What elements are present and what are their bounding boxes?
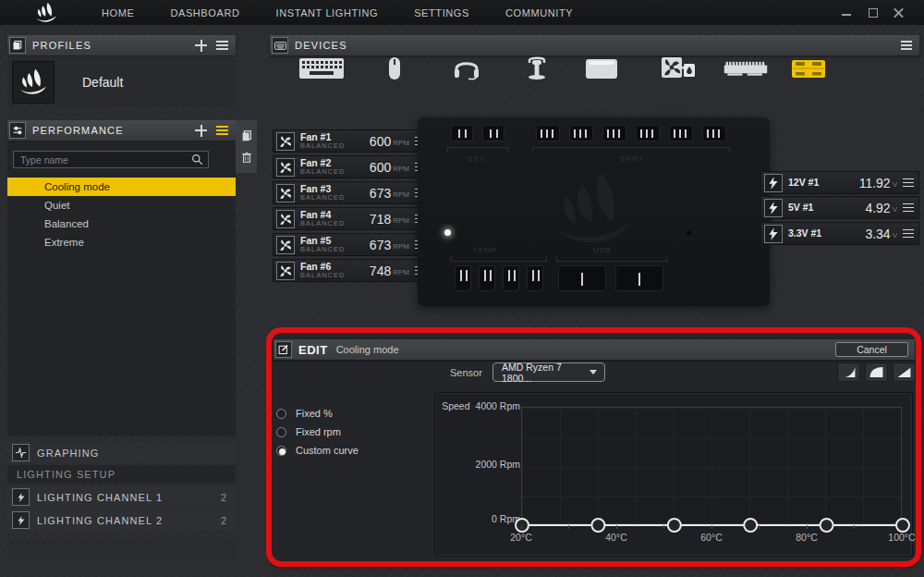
search-icon <box>191 153 203 166</box>
maximize-icon[interactable] <box>868 7 878 18</box>
chart-xtick-100: 100°C <box>881 532 922 543</box>
fan-mode: BALANCED <box>300 168 345 176</box>
fan-rpm-unit: RPM <box>393 242 409 251</box>
fan-rpm-unit: RPM <box>393 216 409 225</box>
voltage-menu-icon[interactable] <box>903 207 914 209</box>
channel-1-count: 2 <box>221 492 226 503</box>
chart-ylabel: Speed <box>442 400 469 411</box>
fan-rpm-unit: RPM <box>393 190 409 199</box>
lightning-icon <box>764 174 783 192</box>
close-icon[interactable] <box>894 7 904 18</box>
corsair-logo-icon <box>30 2 62 24</box>
fan-rpm-value: 673 <box>370 186 391 201</box>
sidebar-item-lighting-channel-1[interactable]: LIGHTING CHANNEL 1 2 <box>7 486 236 508</box>
profile-name: Default <box>82 75 123 90</box>
headset-icon[interactable] <box>444 56 490 80</box>
sidebar-empty-row <box>7 540 236 559</box>
performance-menu-icon[interactable] <box>216 129 228 131</box>
channel-2-label: LIGHTING CHANNEL 2 <box>37 515 163 526</box>
profile-row[interactable]: Default <box>7 56 236 107</box>
voltage-name: 5V #1 <box>788 203 813 213</box>
radio-fixed-percent[interactable]: Fixed % <box>276 404 359 423</box>
radio-custom-curve[interactable]: Custom curve <box>276 441 359 460</box>
fan-curve-line <box>522 408 903 525</box>
fan-row-3[interactable]: Fan #3BALANCED 673 RPM <box>273 181 432 204</box>
main-nav: HOME DASHBOARD INSTANT LIGHTING SETTINGS… <box>102 7 573 18</box>
fan-rpm-value: 673 <box>370 238 391 252</box>
mouse-icon[interactable] <box>371 56 418 80</box>
fan-mode: BALANCED <box>300 272 345 279</box>
fan-row-1[interactable]: Fan #1BALANCED 600 RPM <box>273 129 432 153</box>
performance-mode-list: Cooling mode Quiet Balanced Extreme <box>7 178 236 252</box>
cancel-button[interactable]: Cancel <box>835 342 908 357</box>
status-led <box>444 229 451 236</box>
fan-row-4[interactable]: Fan #4BALANCED 718 RPM <box>273 207 432 230</box>
mode-quiet[interactable]: Quiet <box>7 196 236 215</box>
add-performance-mode-button[interactable] <box>195 125 207 137</box>
board-usb-label: USB <box>593 246 611 254</box>
search-input[interactable] <box>14 154 191 166</box>
edit-subtitle: Cooling mode <box>336 344 399 355</box>
keyboard-icon[interactable] <box>298 56 345 80</box>
commander-pro-icon[interactable] <box>785 56 832 80</box>
nav-instant-lighting[interactable]: INSTANT LIGHTING <box>276 7 379 18</box>
profiles-header: PROFILES <box>7 35 236 55</box>
mousepad-icon[interactable] <box>578 56 625 80</box>
devices-menu-icon[interactable] <box>901 44 912 46</box>
graphing-label: GRAPHING <box>37 448 99 459</box>
sensor-dropdown[interactable]: AMD Ryzen 7 1800... <box>492 362 605 382</box>
radio-label: Custom curve <box>296 445 359 456</box>
add-profile-button[interactable] <box>195 40 207 52</box>
voltage-menu-icon[interactable] <box>903 182 914 184</box>
app-window: HOME DASHBOARD INSTANT LIGHTING SETTINGS… <box>0 0 924 577</box>
chart-ytick-4000: 4000 Rpm <box>476 400 520 411</box>
profiles-menu-icon[interactable] <box>216 44 228 46</box>
voltage-row-12v[interactable]: 12V #1 11.92 V <box>760 171 919 194</box>
nav-home[interactable]: HOME <box>102 7 134 18</box>
chart-xtick-60: 60°C <box>691 532 732 543</box>
profiles-icon <box>9 37 26 54</box>
copy-icon[interactable] <box>240 129 253 142</box>
mode-cooling[interactable]: Cooling mode <box>7 178 236 196</box>
commander-pro-device-image: LED FANS TEMP USB <box>418 117 770 306</box>
fan-rpm-unit: RPM <box>393 165 409 173</box>
chart-plot-area[interactable] <box>521 407 902 524</box>
titlebar: HOME DASHBOARD INSTANT LIGHTING SETTINGS… <box>0 0 924 25</box>
profiles-title: PROFILES <box>32 40 91 51</box>
sidebar-item-lighting-channel-2[interactable]: LIGHTING CHANNEL 2 2 <box>7 509 236 531</box>
board-led-label: LED <box>466 154 483 163</box>
curve-preset-linear-icon[interactable] <box>893 362 916 382</box>
voltage-value: 3.34 <box>865 227 890 241</box>
devices-title: DEVICES <box>295 40 347 51</box>
minimize-icon[interactable] <box>842 7 852 18</box>
window-controls <box>842 0 904 25</box>
fan-curve-chart: Speed 4000 Rpm 2000 Rpm 0 Rpm 20°C 40°C … <box>434 392 913 557</box>
mode-balanced[interactable]: Balanced <box>7 215 236 233</box>
chart-x-labels: 20°C 40°C 60°C 80°C 100°C <box>521 532 902 545</box>
chart-xtick-40: 40°C <box>596 532 637 543</box>
nav-settings[interactable]: SETTINGS <box>414 7 469 18</box>
graphing-icon <box>12 444 30 461</box>
curve-preset-concave-icon[interactable] <box>837 362 860 382</box>
nav-dashboard[interactable]: DASHBOARD <box>170 7 239 18</box>
nav-community[interactable]: COMMUNITY <box>505 7 573 18</box>
corsair-logo-embossed <box>548 164 640 256</box>
ram-icon[interactable] <box>723 56 769 80</box>
voltage-menu-icon[interactable] <box>903 233 914 235</box>
keyboard-icon <box>272 37 288 54</box>
fan-mode-radio-group: Fixed % Fixed rpm Custom curve <box>276 404 359 460</box>
curve-preset-convex-icon[interactable] <box>865 362 888 382</box>
sidebar-item-graphing[interactable]: GRAPHING <box>7 442 236 463</box>
fan-row-2[interactable]: Fan #2BALANCED 600 RPM <box>273 155 432 178</box>
voltage-row-5v[interactable]: 5V #1 4.92 V <box>760 196 919 219</box>
fan-row-5[interactable]: Fan #5BALANCED 673 RPM <box>273 233 432 256</box>
radio-icon <box>276 409 286 419</box>
liquid-cooler-icon[interactable] <box>653 56 699 80</box>
radio-fixed-rpm[interactable]: Fixed rpm <box>276 423 359 441</box>
fan-row-6[interactable]: Fan #6BALANCED 748 RPM <box>273 259 432 282</box>
voltage-row-3v3[interactable]: 3.3V #1 3.34 V <box>760 222 919 245</box>
trash-icon[interactable] <box>240 151 253 164</box>
headset-stand-icon[interactable] <box>514 56 560 80</box>
mode-extreme[interactable]: Extreme <box>7 233 236 252</box>
channel-1-label: LIGHTING CHANNEL 1 <box>37 492 163 503</box>
